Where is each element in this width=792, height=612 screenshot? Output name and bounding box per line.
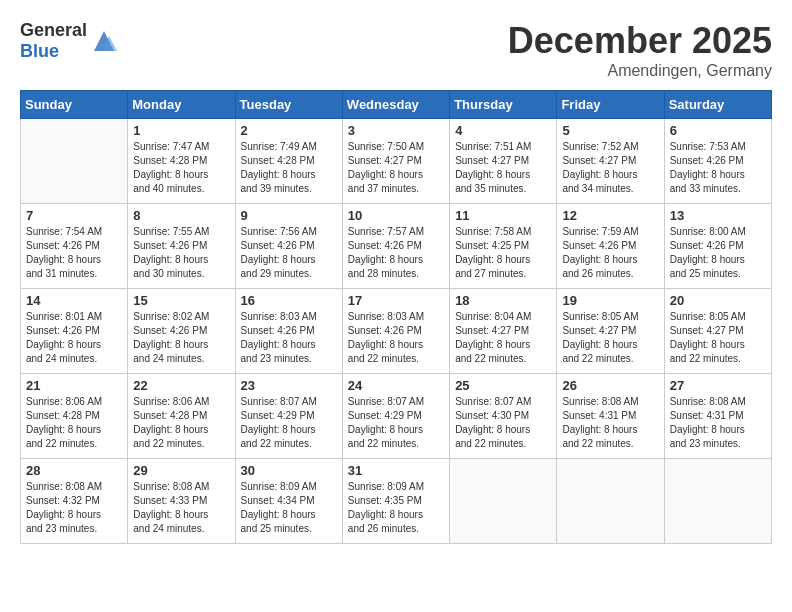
day-info: Sunrise: 7:59 AMSunset: 4:26 PMDaylight:… bbox=[562, 225, 658, 281]
day-number: 27 bbox=[670, 378, 766, 393]
day-number: 17 bbox=[348, 293, 444, 308]
day-number: 16 bbox=[241, 293, 337, 308]
day-number: 18 bbox=[455, 293, 551, 308]
week-row: 21Sunrise: 8:06 AMSunset: 4:28 PMDayligh… bbox=[21, 374, 772, 459]
calendar-cell: 14Sunrise: 8:01 AMSunset: 4:26 PMDayligh… bbox=[21, 289, 128, 374]
calendar-cell bbox=[450, 459, 557, 544]
day-number: 6 bbox=[670, 123, 766, 138]
day-info: Sunrise: 7:49 AMSunset: 4:28 PMDaylight:… bbox=[241, 140, 337, 196]
day-number: 24 bbox=[348, 378, 444, 393]
day-of-week-header: Friday bbox=[557, 91, 664, 119]
calendar-cell: 12Sunrise: 7:59 AMSunset: 4:26 PMDayligh… bbox=[557, 204, 664, 289]
week-row: 1Sunrise: 7:47 AMSunset: 4:28 PMDaylight… bbox=[21, 119, 772, 204]
calendar-cell: 16Sunrise: 8:03 AMSunset: 4:26 PMDayligh… bbox=[235, 289, 342, 374]
week-row: 14Sunrise: 8:01 AMSunset: 4:26 PMDayligh… bbox=[21, 289, 772, 374]
calendar-cell: 2Sunrise: 7:49 AMSunset: 4:28 PMDaylight… bbox=[235, 119, 342, 204]
day-number: 30 bbox=[241, 463, 337, 478]
day-number: 20 bbox=[670, 293, 766, 308]
day-number: 7 bbox=[26, 208, 122, 223]
calendar-cell: 21Sunrise: 8:06 AMSunset: 4:28 PMDayligh… bbox=[21, 374, 128, 459]
calendar-cell bbox=[21, 119, 128, 204]
day-number: 15 bbox=[133, 293, 229, 308]
calendar-cell: 1Sunrise: 7:47 AMSunset: 4:28 PMDaylight… bbox=[128, 119, 235, 204]
calendar-header-row: SundayMondayTuesdayWednesdayThursdayFrid… bbox=[21, 91, 772, 119]
day-number: 22 bbox=[133, 378, 229, 393]
calendar-cell bbox=[557, 459, 664, 544]
calendar-cell: 24Sunrise: 8:07 AMSunset: 4:29 PMDayligh… bbox=[342, 374, 449, 459]
day-number: 10 bbox=[348, 208, 444, 223]
day-number: 11 bbox=[455, 208, 551, 223]
day-info: Sunrise: 8:07 AMSunset: 4:29 PMDaylight:… bbox=[348, 395, 444, 451]
calendar-cell bbox=[664, 459, 771, 544]
day-info: Sunrise: 8:00 AMSunset: 4:26 PMDaylight:… bbox=[670, 225, 766, 281]
day-info: Sunrise: 8:07 AMSunset: 4:30 PMDaylight:… bbox=[455, 395, 551, 451]
calendar-cell: 31Sunrise: 8:09 AMSunset: 4:35 PMDayligh… bbox=[342, 459, 449, 544]
day-number: 5 bbox=[562, 123, 658, 138]
day-info: Sunrise: 8:08 AMSunset: 4:31 PMDaylight:… bbox=[562, 395, 658, 451]
logo-icon bbox=[89, 26, 119, 56]
day-number: 19 bbox=[562, 293, 658, 308]
day-info: Sunrise: 8:08 AMSunset: 4:33 PMDaylight:… bbox=[133, 480, 229, 536]
calendar-cell: 5Sunrise: 7:52 AMSunset: 4:27 PMDaylight… bbox=[557, 119, 664, 204]
day-info: Sunrise: 8:07 AMSunset: 4:29 PMDaylight:… bbox=[241, 395, 337, 451]
day-info: Sunrise: 7:51 AMSunset: 4:27 PMDaylight:… bbox=[455, 140, 551, 196]
logo: General Blue bbox=[20, 20, 119, 62]
day-info: Sunrise: 8:06 AMSunset: 4:28 PMDaylight:… bbox=[133, 395, 229, 451]
day-info: Sunrise: 8:05 AMSunset: 4:27 PMDaylight:… bbox=[562, 310, 658, 366]
day-info: Sunrise: 8:06 AMSunset: 4:28 PMDaylight:… bbox=[26, 395, 122, 451]
day-number: 31 bbox=[348, 463, 444, 478]
day-of-week-header: Thursday bbox=[450, 91, 557, 119]
calendar-cell: 30Sunrise: 8:09 AMSunset: 4:34 PMDayligh… bbox=[235, 459, 342, 544]
day-number: 29 bbox=[133, 463, 229, 478]
day-info: Sunrise: 7:52 AMSunset: 4:27 PMDaylight:… bbox=[562, 140, 658, 196]
day-number: 26 bbox=[562, 378, 658, 393]
day-info: Sunrise: 8:02 AMSunset: 4:26 PMDaylight:… bbox=[133, 310, 229, 366]
calendar-cell: 26Sunrise: 8:08 AMSunset: 4:31 PMDayligh… bbox=[557, 374, 664, 459]
calendar-cell: 28Sunrise: 8:08 AMSunset: 4:32 PMDayligh… bbox=[21, 459, 128, 544]
logo-text: General Blue bbox=[20, 20, 87, 62]
day-number: 4 bbox=[455, 123, 551, 138]
month-title: December 2025 bbox=[508, 20, 772, 62]
day-info: Sunrise: 8:01 AMSunset: 4:26 PMDaylight:… bbox=[26, 310, 122, 366]
day-number: 9 bbox=[241, 208, 337, 223]
day-number: 1 bbox=[133, 123, 229, 138]
calendar-cell: 22Sunrise: 8:06 AMSunset: 4:28 PMDayligh… bbox=[128, 374, 235, 459]
day-info: Sunrise: 8:03 AMSunset: 4:26 PMDaylight:… bbox=[348, 310, 444, 366]
calendar-cell: 18Sunrise: 8:04 AMSunset: 4:27 PMDayligh… bbox=[450, 289, 557, 374]
calendar-cell: 20Sunrise: 8:05 AMSunset: 4:27 PMDayligh… bbox=[664, 289, 771, 374]
logo-blue: Blue bbox=[20, 41, 59, 61]
calendar-cell: 19Sunrise: 8:05 AMSunset: 4:27 PMDayligh… bbox=[557, 289, 664, 374]
calendar-cell: 6Sunrise: 7:53 AMSunset: 4:26 PMDaylight… bbox=[664, 119, 771, 204]
day-info: Sunrise: 8:05 AMSunset: 4:27 PMDaylight:… bbox=[670, 310, 766, 366]
calendar-cell: 25Sunrise: 8:07 AMSunset: 4:30 PMDayligh… bbox=[450, 374, 557, 459]
calendar-cell: 10Sunrise: 7:57 AMSunset: 4:26 PMDayligh… bbox=[342, 204, 449, 289]
day-info: Sunrise: 7:47 AMSunset: 4:28 PMDaylight:… bbox=[133, 140, 229, 196]
location: Amendingen, Germany bbox=[508, 62, 772, 80]
day-of-week-header: Saturday bbox=[664, 91, 771, 119]
day-of-week-header: Tuesday bbox=[235, 91, 342, 119]
day-info: Sunrise: 8:08 AMSunset: 4:32 PMDaylight:… bbox=[26, 480, 122, 536]
day-of-week-header: Sunday bbox=[21, 91, 128, 119]
day-info: Sunrise: 8:08 AMSunset: 4:31 PMDaylight:… bbox=[670, 395, 766, 451]
calendar-cell: 3Sunrise: 7:50 AMSunset: 4:27 PMDaylight… bbox=[342, 119, 449, 204]
day-number: 14 bbox=[26, 293, 122, 308]
day-number: 3 bbox=[348, 123, 444, 138]
calendar-cell: 23Sunrise: 8:07 AMSunset: 4:29 PMDayligh… bbox=[235, 374, 342, 459]
day-info: Sunrise: 7:53 AMSunset: 4:26 PMDaylight:… bbox=[670, 140, 766, 196]
day-number: 28 bbox=[26, 463, 122, 478]
day-number: 8 bbox=[133, 208, 229, 223]
day-info: Sunrise: 8:09 AMSunset: 4:35 PMDaylight:… bbox=[348, 480, 444, 536]
day-of-week-header: Wednesday bbox=[342, 91, 449, 119]
day-number: 21 bbox=[26, 378, 122, 393]
day-info: Sunrise: 7:54 AMSunset: 4:26 PMDaylight:… bbox=[26, 225, 122, 281]
day-of-week-header: Monday bbox=[128, 91, 235, 119]
calendar-cell: 15Sunrise: 8:02 AMSunset: 4:26 PMDayligh… bbox=[128, 289, 235, 374]
day-number: 25 bbox=[455, 378, 551, 393]
calendar-cell: 27Sunrise: 8:08 AMSunset: 4:31 PMDayligh… bbox=[664, 374, 771, 459]
calendar-cell: 9Sunrise: 7:56 AMSunset: 4:26 PMDaylight… bbox=[235, 204, 342, 289]
page-header: General Blue December 2025 Amendingen, G… bbox=[20, 20, 772, 80]
day-number: 13 bbox=[670, 208, 766, 223]
day-info: Sunrise: 7:58 AMSunset: 4:25 PMDaylight:… bbox=[455, 225, 551, 281]
day-number: 12 bbox=[562, 208, 658, 223]
day-info: Sunrise: 7:56 AMSunset: 4:26 PMDaylight:… bbox=[241, 225, 337, 281]
